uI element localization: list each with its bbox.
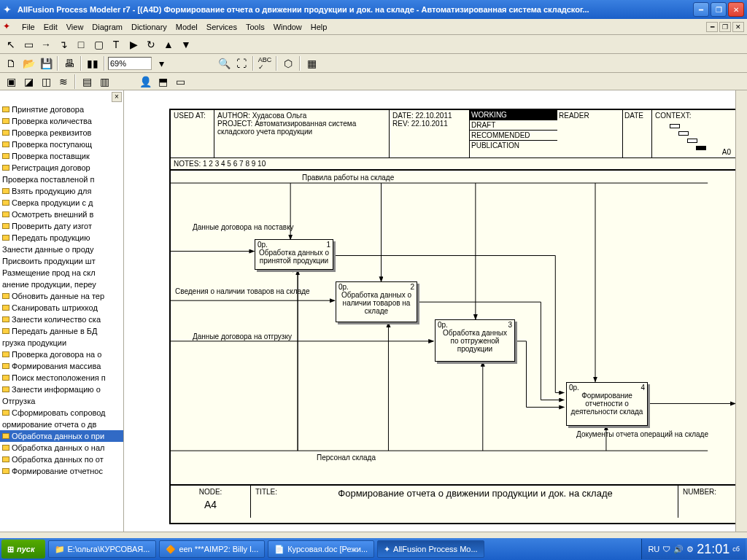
menu-dictionary[interactable]: Dictionary xyxy=(127,21,171,33)
close-button[interactable]: ✕ xyxy=(728,2,744,17)
box-tool[interactable]: ▭ xyxy=(20,36,36,52)
list-item[interactable]: Принятие договора xyxy=(0,104,123,115)
maximize-button[interactable]: ❐ xyxy=(711,2,727,17)
list-item[interactable]: анение продукции, переу xyxy=(0,279,123,290)
menu-window[interactable]: Window xyxy=(269,21,306,33)
task-aimp[interactable]: 🔶 een ***AIMP2: Billy I... xyxy=(159,540,265,558)
fit-button[interactable]: ⛶ xyxy=(233,55,249,71)
diagram-canvas[interactable]: USED AT: AUTHOR: Худасова Ольга PROJECT:… xyxy=(124,90,747,560)
box2-tool[interactable]: ▢ xyxy=(90,36,107,52)
save-button[interactable]: 💾 xyxy=(38,55,54,71)
list-item[interactable]: Взять продукцию для xyxy=(0,185,123,197)
list-item[interactable]: Регистрация договор xyxy=(0,162,123,174)
list-item[interactable]: Формирования массива xyxy=(0,360,123,372)
print-button[interactable]: 🖶 xyxy=(61,55,77,71)
list-item[interactable]: Проверка поставленой п xyxy=(0,174,123,185)
nav1[interactable]: ▣ xyxy=(3,74,19,90)
menu-model[interactable]: Model xyxy=(171,21,202,33)
nav9[interactable]: ▭ xyxy=(172,74,188,90)
list-item[interactable]: Обработка данных по от xyxy=(0,454,123,465)
list-item[interactable]: Присвоить продукции шт xyxy=(0,255,123,267)
pointer-tool[interactable]: ↖ xyxy=(3,36,19,52)
list-item[interactable]: Размещение прод на скл xyxy=(0,267,123,279)
nav4[interactable]: ≋ xyxy=(55,74,71,90)
menu-diagram[interactable]: Diagram xyxy=(88,21,127,33)
menu-file[interactable]: File xyxy=(18,21,39,33)
list-item[interactable]: Формирование отчетнос xyxy=(0,465,123,477)
list-item[interactable]: Проверка количества xyxy=(0,115,123,127)
clock[interactable]: 21:01 xyxy=(697,542,729,557)
list-item[interactable]: Проверка договора на о xyxy=(0,349,123,360)
list-item[interactable]: Проверка поступающ xyxy=(0,139,123,150)
list-item[interactable]: Занести информацию о xyxy=(0,384,123,395)
menu-edit[interactable]: Edit xyxy=(39,21,62,33)
activity-1[interactable]: 0р.1 Обработка данных о принятой продукц… xyxy=(255,239,333,270)
activity-list[interactable]: Принятие договораПроверка количестваПров… xyxy=(0,104,123,542)
run-tool[interactable]: ▶ xyxy=(125,36,142,52)
list-item[interactable]: грузка продукции xyxy=(0,337,123,349)
arrow-tool[interactable]: → xyxy=(38,36,54,52)
task-allfusion[interactable]: ✦ AllFusion Process Mo... xyxy=(377,540,484,558)
nav2[interactable]: ◪ xyxy=(20,74,36,90)
menu-help[interactable]: Help xyxy=(306,21,332,33)
sidebar-close[interactable]: × xyxy=(112,92,122,102)
list-item[interactable]: Занести количество ска xyxy=(0,314,123,325)
down-tool[interactable]: ▼ xyxy=(178,36,194,52)
rect-tool[interactable]: □ xyxy=(73,36,89,52)
list-item[interactable]: Сверка продукции с д xyxy=(0,197,123,209)
menu-tools[interactable]: Tools xyxy=(241,21,269,33)
nav3[interactable]: ◫ xyxy=(38,74,54,90)
zoom-dropdown[interactable]: ▾ xyxy=(153,55,169,71)
zoom-area-button[interactable]: 🔍 xyxy=(216,55,232,71)
lang-indicator[interactable]: RU xyxy=(648,545,659,553)
minimize-button[interactable]: ━ xyxy=(693,2,709,17)
task-explorer[interactable]: 📁 E:\ольга\КУРСОВАЯ... xyxy=(48,540,157,558)
up-tool[interactable]: ▲ xyxy=(160,36,177,52)
list-item[interactable]: Сканировать штрихкод xyxy=(0,302,123,314)
list-item[interactable]: Обработка данных о нал xyxy=(0,442,123,454)
list-item[interactable]: Проверка реквизитов xyxy=(0,127,123,139)
list-item[interactable]: Обновить данные на тер xyxy=(0,290,123,302)
new-button[interactable]: 🗋 xyxy=(3,55,19,71)
system-tray[interactable]: RU 🛡 🔊 ⚙ 21:01 сб xyxy=(641,539,746,559)
list-item[interactable]: Занести данные о проду xyxy=(0,244,123,255)
task-word[interactable]: 📄 Курсовая.doc [Режи... xyxy=(268,540,374,558)
list-item[interactable]: Поиск местоположения п xyxy=(0,372,123,384)
start-button[interactable]: пуск xyxy=(1,540,45,559)
activity-4[interactable]: 0р.4 Формирование отчетности о деятельно… xyxy=(566,382,648,426)
text-tool[interactable]: T xyxy=(108,36,124,52)
diagram-body[interactable]: Правила работы на складе Данные договора… xyxy=(171,171,737,484)
spellcheck-button[interactable]: ABC✓ xyxy=(257,55,273,71)
list-item[interactable]: Сформировать сопровод xyxy=(0,407,123,419)
list-item[interactable]: Передать продукцию xyxy=(0,232,123,244)
list-item[interactable]: Проверка поставщик xyxy=(0,150,123,162)
nav8[interactable]: ⬒ xyxy=(155,74,171,90)
sim-button[interactable]: ▦ xyxy=(303,55,320,71)
menu-view[interactable]: View xyxy=(62,21,88,33)
zoom-input[interactable] xyxy=(108,57,152,70)
refresh-tool[interactable]: ↻ xyxy=(143,36,159,52)
mdi-restore[interactable]: ❐ xyxy=(719,22,731,32)
tray-icon2[interactable]: 🔊 xyxy=(673,545,684,554)
list-item[interactable]: Отгрузка xyxy=(0,395,123,407)
list-item[interactable]: Обработка данных о при xyxy=(0,430,123,442)
list-item[interactable]: Проверить дату изгот xyxy=(0,220,123,232)
menu-services[interactable]: Services xyxy=(202,21,241,33)
activity-3[interactable]: 0р.3 Обработка данных по отгруженой прод… xyxy=(435,319,515,362)
nav7[interactable]: 👤 xyxy=(137,74,153,90)
tray-icon[interactable]: 🛡 xyxy=(662,545,670,553)
list-item[interactable]: Передать данные в БД xyxy=(0,325,123,337)
tray-icon3[interactable]: ⚙ xyxy=(686,545,694,554)
mdi-close[interactable]: ✕ xyxy=(732,22,744,32)
list-item[interactable]: ормирование отчета о дв xyxy=(0,419,123,430)
mdi-minimize[interactable]: ━ xyxy=(706,22,718,32)
open-button[interactable]: 📂 xyxy=(20,55,36,71)
nav6[interactable]: ▥ xyxy=(96,74,112,90)
list-item[interactable]: Осмотреть внешний в xyxy=(0,209,123,220)
nav5[interactable]: ▤ xyxy=(79,74,95,90)
vscroll[interactable] xyxy=(735,90,747,553)
org-button[interactable]: ⬡ xyxy=(280,55,296,71)
palette-button[interactable]: ▮▮ xyxy=(85,55,101,71)
tunnel-tool[interactable]: ↴ xyxy=(55,36,71,52)
activity-2[interactable]: 0р.2 Обработка данных о наличии товаров … xyxy=(336,281,417,322)
